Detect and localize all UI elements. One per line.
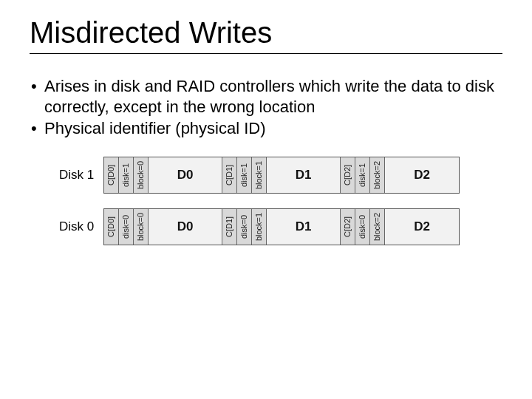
blockstamp-cell: block=1 xyxy=(252,157,267,193)
checksum-cell: C[D2] xyxy=(341,157,355,193)
data-cell: D2 xyxy=(385,209,459,245)
diskstamp-cell: disk=0 xyxy=(355,209,370,245)
checksum-cell: C[D2] xyxy=(341,209,355,245)
data-cell: D1 xyxy=(267,209,341,245)
disk-row: Disk 1 C[D0] disk=1 block=0 D0 C[D1] dis… xyxy=(59,157,473,194)
diskstamp-cell: disk=1 xyxy=(355,157,370,193)
checksum-cell: C[D0] xyxy=(104,209,119,245)
blockstamp-cell: block=0 xyxy=(134,209,149,245)
data-cell: D0 xyxy=(149,209,222,245)
bullet-list: • Arises in disk and RAID controllers wh… xyxy=(31,76,502,139)
slide: Misdirected Writes • Arises in disk and … xyxy=(0,0,532,399)
blockstamp-cell: block=0 xyxy=(134,157,149,193)
bullet-text: Arises in disk and RAID controllers whic… xyxy=(44,76,502,117)
diskstamp-cell: disk=0 xyxy=(119,209,134,245)
data-cell: D2 xyxy=(385,157,459,193)
blockstamp-cell: block=2 xyxy=(370,157,385,193)
data-cell: D0 xyxy=(149,157,222,193)
diskstamp-cell: disk=0 xyxy=(237,209,252,245)
slide-title: Misdirected Writes xyxy=(30,16,502,54)
disk-label: Disk 0 xyxy=(59,219,103,234)
bullet-dot: • xyxy=(31,118,44,139)
bullet-dot: • xyxy=(31,76,44,117)
bullet-item: • Arises in disk and RAID controllers wh… xyxy=(31,76,502,117)
disk-figure: Disk 1 C[D0] disk=1 block=0 D0 C[D1] dis… xyxy=(59,157,473,245)
bullet-item: • Physical identifier (physical ID) xyxy=(31,118,502,139)
disk-strip: C[D0] disk=0 block=0 D0 C[D1] disk=0 blo… xyxy=(103,208,460,245)
bullet-text: Physical identifier (physical ID) xyxy=(44,118,502,139)
checksum-cell: C[D1] xyxy=(222,157,237,193)
checksum-cell: C[D1] xyxy=(222,209,237,245)
disk-strip: C[D0] disk=1 block=0 D0 C[D1] disk=1 blo… xyxy=(103,157,460,194)
disk-label: Disk 1 xyxy=(59,168,103,183)
checksum-cell: C[D0] xyxy=(104,157,119,193)
disk-row: Disk 0 C[D0] disk=0 block=0 D0 C[D1] dis… xyxy=(59,208,473,245)
blockstamp-cell: block=1 xyxy=(252,209,267,245)
diskstamp-cell: disk=1 xyxy=(119,157,134,193)
blockstamp-cell: block=2 xyxy=(370,209,385,245)
diskstamp-cell: disk=1 xyxy=(237,157,252,193)
data-cell: D1 xyxy=(267,157,341,193)
